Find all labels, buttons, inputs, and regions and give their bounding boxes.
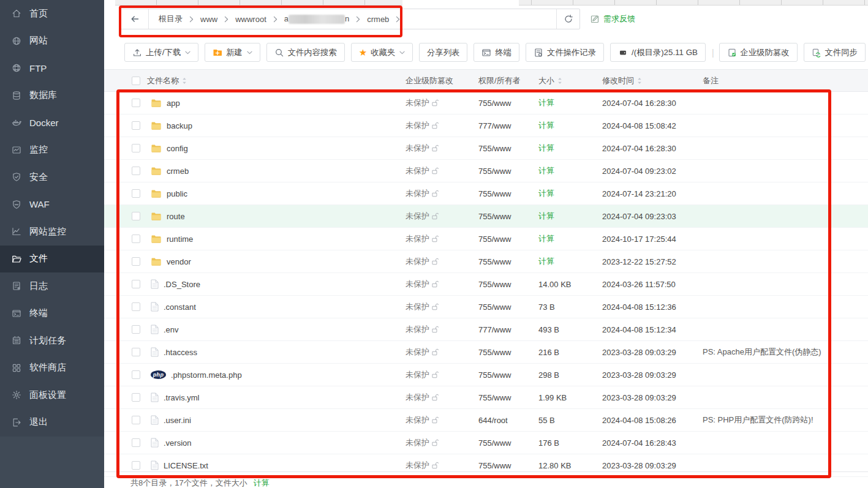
file-row-.version[interactable]: .version未保护755/www176 B2024-07-04 16:28:… [104, 432, 868, 454]
toolbar-button-6[interactable]: 文件操作记录 [526, 43, 604, 62]
row-checkbox[interactable] [132, 393, 140, 402]
row-checkbox[interactable] [132, 370, 140, 379]
compute-size-link[interactable]: 计算 [254, 478, 270, 487]
sidebar-item-app-store[interactable]: 软件商店 [0, 355, 104, 382]
sidebar-item-ftp[interactable]: FTP [0, 54, 104, 82]
sort-icon[interactable] [637, 77, 642, 84]
file-row-.user.ini[interactable]: .user.ini未保护644/root55 B2024-04-08 15:08… [104, 409, 868, 432]
file-name[interactable]: runtime [151, 228, 193, 250]
row-checkbox[interactable] [132, 348, 140, 356]
breadcrumb-segment[interactable]: www [199, 15, 219, 24]
sidebar-item-terminal[interactable]: 终端 [0, 300, 104, 328]
column-header-0[interactable]: 文件名称 [147, 70, 187, 92]
tab-strip[interactable] [115, 0, 868, 6]
file-row-.constant[interactable]: .constant未保护755/www73 B2024-04-08 15:12:… [104, 296, 868, 318]
row-checkbox[interactable] [132, 189, 140, 198]
row-checkbox[interactable] [132, 438, 140, 447]
toolbar-button-1[interactable]: 新建 [205, 43, 260, 62]
row-checkbox[interactable] [132, 280, 140, 288]
file-name[interactable]: backup [151, 114, 192, 137]
file-name[interactable]: php.phpstorm.meta.php [151, 364, 242, 386]
sidebar-item-files[interactable]: 文件 [0, 246, 104, 273]
file-row-.env[interactable]: .env未保护777/www493 B2024-04-08 15:12:34 [104, 318, 868, 341]
sidebar-item-logs[interactable]: 日志 [0, 272, 104, 300]
sidebar-item-waf[interactable]: WAF [0, 191, 104, 219]
row-checkbox[interactable] [132, 235, 140, 243]
file-name[interactable]: .travis.yml [151, 386, 200, 408]
row-checkbox[interactable] [132, 416, 140, 424]
file-name[interactable]: .env [151, 318, 179, 340]
row-checkbox[interactable] [132, 144, 140, 152]
file-name[interactable]: .constant [151, 296, 196, 318]
sidebar-item-logout[interactable]: 退出 [0, 409, 104, 437]
sidebar-item-home[interactable]: 首页 [0, 0, 104, 28]
toolbar-button-9[interactable]: 企业级防篡改 [719, 43, 798, 62]
row-checkbox[interactable] [132, 99, 140, 107]
file-row-backup[interactable]: backup未保护777/www计算2024-04-08 15:08:42 [104, 114, 868, 137]
sort-icon[interactable] [182, 77, 187, 84]
file-name[interactable]: app [151, 92, 180, 114]
sidebar-item-security[interactable]: 安全 [0, 163, 104, 191]
file-name[interactable]: public [151, 182, 187, 205]
toolbar-button-10[interactable]: 文件同步 [804, 43, 866, 62]
file-row-runtime[interactable]: runtime未保护755/www计算2024-10-17 17:25:44 [104, 228, 868, 250]
compute-size-link[interactable]: 计算 [538, 205, 554, 227]
compute-size-link[interactable]: 计算 [538, 114, 554, 137]
file-row-route[interactable]: route未保护755/www计算2024-07-04 09:23:03 [104, 205, 868, 228]
sidebar-item-site-monitor[interactable]: 网站监控 [0, 218, 104, 246]
toolbar-button-5[interactable]: 终端 [474, 43, 519, 62]
sidebar-item-cron[interactable]: 计划任务 [0, 327, 104, 355]
column-header-4[interactable]: 修改时间 [602, 70, 642, 92]
file-row-.travis.yml[interactable]: .travis.yml未保护755/www1.99 KB2023-03-28 0… [104, 386, 868, 409]
sidebar-item-docker[interactable]: Docker [0, 109, 104, 137]
row-checkbox[interactable] [132, 325, 140, 334]
breadcrumb-segment[interactable]: an [283, 14, 350, 24]
breadcrumb-segment[interactable]: crmeb [366, 15, 390, 24]
file-row-config[interactable]: config未保护755/www计算2024-07-04 16:28:30 [104, 137, 868, 160]
file-row-vendor[interactable]: vendor未保护755/www计算2023-12-22 15:27:52 [104, 250, 868, 273]
row-checkbox[interactable] [132, 302, 140, 311]
breadcrumb-segment[interactable]: wwwroot [234, 15, 268, 24]
file-name[interactable]: .version [151, 432, 192, 454]
compute-size-link[interactable]: 计算 [538, 160, 554, 182]
column-header-3[interactable]: 大小 [538, 70, 562, 92]
file-name[interactable]: .htaccess [151, 341, 197, 363]
row-checkbox[interactable] [132, 121, 140, 130]
toolbar-button-3[interactable]: ★收藏夹 [351, 43, 413, 62]
compute-size-link[interactable]: 计算 [538, 182, 554, 205]
sidebar-item-monitor[interactable]: 监控 [0, 137, 104, 164]
sidebar-item-sites[interactable]: 网站 [0, 28, 104, 55]
refresh-button[interactable] [556, 9, 579, 29]
compute-size-link[interactable]: 计算 [538, 250, 554, 272]
toolbar-button-7[interactable]: /(根目录)25.11 GB [610, 43, 706, 62]
row-checkbox[interactable] [132, 167, 140, 175]
sidebar-item-panel-settings[interactable]: 面板设置 [0, 381, 104, 409]
compute-size-link[interactable]: 计算 [538, 228, 554, 250]
compute-size-link[interactable]: 计算 [538, 92, 554, 114]
file-row-app[interactable]: app未保护755/www计算2024-07-04 16:28:30 [104, 92, 868, 114]
file-row-.DS_Store[interactable]: .DS_Store未保护755/www14.00 KB2024-03-26 11… [104, 273, 868, 296]
row-checkbox[interactable] [132, 212, 140, 220]
file-row-.phpstorm.meta.php[interactable]: php.phpstorm.meta.php未保护755/www298 B2023… [104, 364, 868, 386]
row-checkbox[interactable] [132, 461, 140, 470]
toolbar-button-4[interactable]: 分享列表 [419, 43, 467, 62]
toolbar-button-2[interactable]: 文件内容搜索 [266, 43, 345, 62]
breadcrumb-segment[interactable]: 根目录 [157, 13, 184, 24]
file-name[interactable]: .DS_Store [151, 273, 200, 295]
sort-icon[interactable] [557, 77, 562, 84]
file-row-crmeb[interactable]: crmeb未保护755/www计算2024-07-04 09:23:02 [104, 160, 868, 182]
row-checkbox[interactable] [132, 257, 140, 266]
toolbar-button-0[interactable]: 上传/下载 [124, 43, 198, 62]
file-name[interactable]: crmeb [151, 160, 189, 182]
sidebar-item-database[interactable]: 数据库 [0, 82, 104, 110]
feedback-link[interactable]: 需求反馈 [590, 9, 635, 29]
compute-size-link[interactable]: 计算 [538, 137, 554, 159]
file-name[interactable]: vendor [151, 250, 191, 272]
file-name[interactable]: config [151, 137, 188, 159]
file-name[interactable]: route [151, 205, 185, 227]
back-button[interactable] [121, 9, 149, 29]
file-row-public[interactable]: public未保护755/www计算2024-07-14 23:21:20 [104, 182, 868, 205]
file-row-.htaccess[interactable]: .htaccess未保护755/www216 B2023-03-28 09:03… [104, 341, 868, 364]
file-name[interactable]: .user.ini [151, 409, 191, 431]
select-all-checkbox[interactable] [132, 77, 140, 85]
